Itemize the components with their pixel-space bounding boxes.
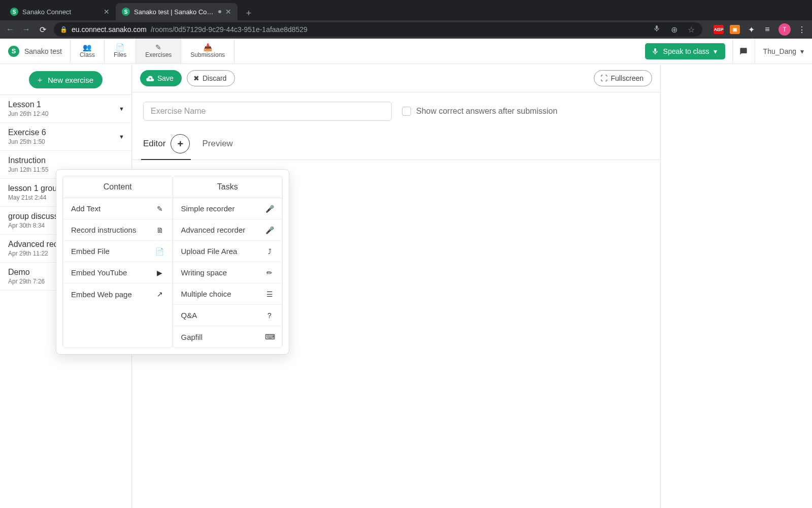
media-control-icon[interactable]: ≡ — [762, 25, 772, 34]
tab-close-icon[interactable]: ✕ — [104, 8, 110, 16]
menu-advanced-recorder[interactable]: Advanced recorder🎤 — [173, 219, 283, 241]
tasks-column: Tasks Simple recorder🎤 Advanced recorder… — [173, 176, 283, 348]
new-exercise-button[interactable]: ＋ New exercise — [29, 71, 103, 88]
browser-tabstrip: S Sanako Connect ✕ S Sanako test | Sanak… — [0, 0, 812, 20]
speak-to-class-button[interactable]: Speak to class ▾ — [645, 43, 725, 59]
youtube-icon: ▶ — [155, 269, 164, 277]
chevron-down-icon: ▾ — [800, 47, 804, 55]
brand-logo-icon: S — [8, 46, 19, 57]
star-icon[interactable]: ☆ — [686, 25, 696, 35]
edit-icon: ✎ — [155, 44, 161, 51]
upload-icon: ⤴ — [265, 247, 274, 256]
inbox-icon: 📥 — [204, 44, 212, 51]
exercise-item[interactable]: Exercise 6Jun 25th 1:50 ▼ — [0, 123, 131, 151]
nav-submissions[interactable]: 📥 Submissions — [181, 39, 234, 64]
menu-embed-youtube[interactable]: Embed YouTube▶ — [63, 262, 173, 283]
menu-multiple-choice[interactable]: Multiple choice☰ — [173, 283, 283, 305]
menu-gapfill[interactable]: Gapfill⌨ — [173, 326, 283, 347]
address-bar[interactable]: 🔒 eu.connect.sanako.com/rooms/0d57129d-9… — [54, 22, 702, 37]
chevron-down-icon[interactable]: ▼ — [119, 134, 124, 140]
tab-close-icon[interactable]: ✕ — [225, 8, 231, 16]
mic-icon: 🎤 — [265, 226, 274, 234]
question-icon: ? — [265, 311, 274, 320]
lock-icon: 🔒 — [60, 26, 67, 33]
save-button[interactable]: Save — [140, 70, 182, 86]
fullscreen-icon: ⛶ — [600, 74, 607, 82]
browser-toolbar: ← → ⟳ 🔒 eu.connect.sanako.com/rooms/0d57… — [0, 20, 812, 39]
url-path: /rooms/0d57129d-9c29-44c3-951e-1afaae8d8… — [151, 25, 308, 34]
menu-embed-webpage[interactable]: Embed Web page↗ — [63, 283, 173, 305]
user-menu[interactable]: Thu_Dang ▾ — [755, 39, 812, 64]
back-icon[interactable]: ← — [5, 25, 15, 34]
exercise-item[interactable]: Lesson 1Jun 26th 12:40 ▼ — [0, 95, 131, 123]
new-tab-button[interactable]: + — [242, 6, 256, 20]
plus-circle-icon[interactable]: ⊕ — [669, 25, 679, 35]
extension-abp-icon[interactable]: ABP — [714, 25, 724, 34]
extension-icon[interactable]: ▣ — [730, 25, 740, 34]
checkbox-icon[interactable] — [402, 107, 411, 116]
tab-favicon: S — [122, 8, 130, 16]
url-host: eu.connect.sanako.com — [72, 25, 147, 34]
tab-underline — [141, 159, 191, 160]
tab-unsaved-dot-icon — [218, 10, 221, 13]
brand-name: Sanako test — [24, 47, 62, 55]
app-topbar: S Sanako test 👥 Class 📄 Files ✎ Exercise… — [0, 39, 812, 64]
profile-avatar[interactable]: T — [779, 23, 791, 36]
tab-title: Sanako Connect — [22, 8, 99, 16]
show-correct-checkbox[interactable]: Show correct answers after submission — [402, 107, 557, 116]
menu-upload-file-area[interactable]: Upload File Area⤴ — [173, 241, 283, 262]
menu-embed-file[interactable]: Embed File📄 — [63, 241, 173, 262]
add-component-menu: Content Add Text✎ Record instructions🗎 E… — [56, 169, 289, 355]
nav-class[interactable]: 👥 Class — [71, 39, 105, 64]
browser-tab-active[interactable]: S Sanako test | Sanako Conn ✕ — [116, 3, 238, 20]
brand-cell[interactable]: S Sanako test — [0, 39, 71, 64]
plus-icon: ＋ — [36, 75, 44, 85]
chevron-down-icon[interactable]: ▼ — [119, 106, 124, 112]
mic-icon: 🎤 — [265, 205, 274, 213]
exercise-name-input[interactable] — [143, 102, 392, 121]
pencil-icon: ✏ — [265, 269, 274, 277]
menu-writing-space[interactable]: Writing space✏ — [173, 262, 283, 283]
chevron-down-icon: ▾ — [714, 47, 717, 55]
column-header: Tasks — [173, 176, 283, 198]
extensions-puzzle-icon[interactable]: ✦ — [746, 25, 756, 35]
menu-add-text[interactable]: Add Text✎ — [63, 198, 173, 219]
tab-preview[interactable]: Preview — [202, 134, 232, 155]
discard-button[interactable]: ✖ Discard — [187, 70, 235, 86]
tab-editor[interactable]: Editor + — [143, 129, 190, 160]
menu-simple-recorder[interactable]: Simple recorder🎤 — [173, 198, 283, 219]
mic-icon[interactable] — [652, 24, 662, 35]
editor-toolbar: Save ✖ Discard ⛶ Fullscreen — [132, 64, 660, 92]
edit-icon: ✎ — [155, 205, 164, 213]
kebab-menu-icon[interactable]: ⋮ — [797, 25, 807, 35]
content-column: Content Add Text✎ Record instructions🗎 E… — [62, 176, 173, 348]
nav-exercises[interactable]: ✎ Exercises — [136, 39, 181, 64]
file-icon: 📄 — [116, 44, 124, 51]
forward-icon[interactable]: → — [21, 25, 31, 34]
audio-file-icon: 🗎 — [155, 226, 164, 234]
tab-title: Sanako test | Sanako Conn — [134, 8, 214, 16]
add-component-button[interactable]: + — [171, 134, 190, 153]
browser-tab[interactable]: S Sanako Connect ✕ — [4, 3, 116, 20]
column-header: Content — [63, 176, 173, 198]
editor-tabs: Editor + Preview — [132, 129, 660, 160]
reload-icon[interactable]: ⟳ — [38, 25, 48, 35]
people-icon: 👥 — [83, 44, 91, 51]
list-icon: ☰ — [265, 290, 274, 298]
keyboard-icon: ⌨ — [265, 333, 274, 341]
menu-qa[interactable]: Q&A? — [173, 305, 283, 326]
file-icon: 📄 — [155, 247, 164, 256]
menu-record-instructions[interactable]: Record instructions🗎 — [63, 219, 173, 241]
tab-favicon: S — [10, 8, 18, 16]
nav-files[interactable]: 📄 Files — [105, 39, 136, 64]
close-icon: ✖ — [193, 74, 199, 82]
fullscreen-button[interactable]: ⛶ Fullscreen — [594, 70, 652, 86]
external-link-icon: ↗ — [155, 290, 164, 298]
chat-button[interactable] — [732, 39, 755, 64]
